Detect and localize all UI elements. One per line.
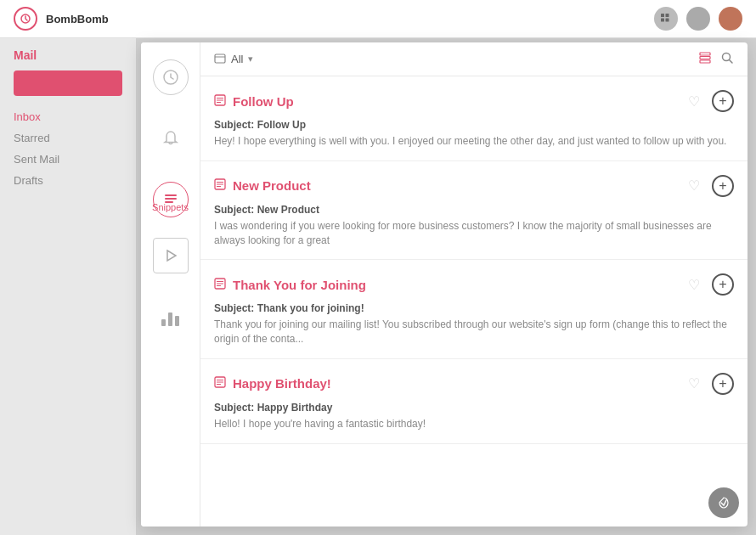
logo-text: BombBomb (46, 13, 109, 25)
svg-rect-4 (666, 19, 669, 22)
toolbar-filter[interactable]: All ▾ (214, 53, 253, 65)
svg-rect-1 (661, 14, 664, 17)
header-avatar-icon[interactable] (686, 7, 710, 31)
modal-icon-column: Snippets (141, 42, 200, 527)
chart-icon-button[interactable] (153, 299, 189, 335)
svg-rect-3 (661, 19, 664, 22)
sidebar-nav: Inbox Starred Sent Mail Drafts (0, 99, 136, 198)
snippet-header-thank-you: Thank You for Joining ♡ + (214, 273, 734, 296)
snippet-preview-happy-birthday: Hello! I hope you're having a fantastic … (214, 417, 734, 431)
svg-rect-6 (165, 194, 177, 196)
snippet-type-icon (214, 376, 226, 391)
sidebar-item-inbox[interactable]: Inbox (0, 106, 136, 127)
toolbar-right (698, 51, 734, 67)
filter-label: All (231, 53, 243, 65)
filter-chevron: ▾ (248, 54, 253, 65)
search-icon[interactable] (720, 51, 734, 67)
snippet-type-icon (214, 178, 226, 193)
snippet-title-thank-you[interactable]: Thank You for Joining (233, 278, 366, 292)
list-view-icon[interactable] (698, 51, 712, 67)
favorite-button-thank-you[interactable]: ♡ (683, 273, 705, 296)
svg-rect-11 (700, 53, 710, 55)
svg-rect-7 (165, 198, 177, 200)
snippet-title-row: New Product (214, 178, 311, 193)
add-button-thank-you[interactable]: + (712, 273, 734, 296)
snippet-subject-new-product: Subject: New Product (214, 204, 734, 216)
modal-content: All ▾ (200, 42, 748, 527)
snippet-header-new-product: New Product ♡ + (214, 175, 734, 197)
snippet-title-happy-birthday[interactable]: Happy Birthday! (233, 376, 331, 391)
add-button-follow-up[interactable]: + (712, 90, 734, 112)
header-grid-icon[interactable] (654, 7, 678, 31)
snippet-type-icon (214, 278, 226, 292)
snippet-actions: ♡ + (683, 175, 734, 197)
sidebar-item-drafts[interactable]: Drafts (0, 170, 136, 191)
bottom-right-action-button[interactable] (708, 487, 739, 518)
snippet-preview-follow-up: Hey! I hope everything is well with you.… (214, 134, 734, 149)
compose-button[interactable] (14, 70, 122, 96)
snippet-preview-new-product: I was wondering if you were looking for … (214, 219, 734, 248)
add-button-happy-birthday[interactable]: + (712, 373, 734, 395)
snippet-type-icon (214, 94, 226, 109)
snippet-list: Follow Up ♡ + Subject: Follow Up Hey! I … (200, 76, 748, 527)
sidebar-title: Mail (0, 38, 136, 67)
snippets-label: Snippets (152, 202, 189, 212)
favorite-button-new-product[interactable]: ♡ (683, 175, 705, 197)
snippet-item-thank-you: Thank You for Joining ♡ + Subject: Thank… (200, 260, 748, 359)
snippet-subject-thank-you: Subject: Thank you for joining! (214, 302, 734, 314)
sidebar-item-starred[interactable]: Starred (0, 127, 136, 149)
logo-circle (14, 7, 37, 31)
snippet-title-follow-up[interactable]: Follow Up (233, 94, 294, 109)
bar-chart-icon (161, 307, 179, 326)
snippet-preview-thank-you: Thank you for joining our mailing list! … (214, 318, 734, 346)
header-right (654, 7, 742, 31)
play-icon-button[interactable] (153, 238, 189, 273)
left-sidebar: Mail Inbox Starred Sent Mail Drafts (0, 38, 136, 535)
sidebar-item-sent[interactable]: Sent Mail (0, 149, 136, 170)
svg-rect-2 (666, 14, 669, 17)
bell-icon-button[interactable] (153, 121, 189, 156)
add-button-new-product[interactable]: + (712, 175, 734, 197)
svg-rect-10 (215, 54, 225, 63)
snippet-actions: ♡ + (683, 90, 734, 112)
clock-icon-button[interactable] (153, 59, 189, 95)
svg-marker-9 (167, 251, 176, 261)
header-user-icon[interactable] (719, 7, 742, 31)
snippet-title-row: Follow Up (214, 94, 294, 109)
snippet-actions: ♡ + (683, 273, 734, 296)
snippet-item-follow-up: Follow Up ♡ + Subject: Follow Up Hey! I … (200, 76, 748, 161)
svg-rect-13 (700, 60, 710, 63)
snippet-subject-happy-birthday: Subject: Happy Birthday (214, 402, 734, 414)
snippet-header-happy-birthday: Happy Birthday! ♡ + (214, 373, 734, 395)
snippet-title-row: Thank You for Joining (214, 278, 366, 292)
snippet-title-new-product[interactable]: New Product (233, 178, 311, 193)
snippet-item-new-product: › New Product (200, 161, 748, 261)
snippet-actions: ♡ + (683, 373, 734, 395)
favorite-button-follow-up[interactable]: ♡ (683, 90, 705, 112)
snippet-header-follow-up: Follow Up ♡ + (214, 90, 734, 112)
snippet-title-row: Happy Birthday! (214, 376, 331, 391)
app-header: BombBomb (0, 0, 756, 38)
modal: Snippets All ▾ (141, 42, 748, 527)
favorite-button-happy-birthday[interactable]: ♡ (683, 373, 705, 395)
snippet-item-happy-birthday: Happy Birthday! ♡ + Subject: Happy Birth… (200, 359, 748, 444)
svg-rect-12 (700, 57, 710, 59)
snippet-subject-follow-up: Subject: Follow Up (214, 119, 734, 131)
modal-toolbar: All ▾ (200, 42, 748, 76)
